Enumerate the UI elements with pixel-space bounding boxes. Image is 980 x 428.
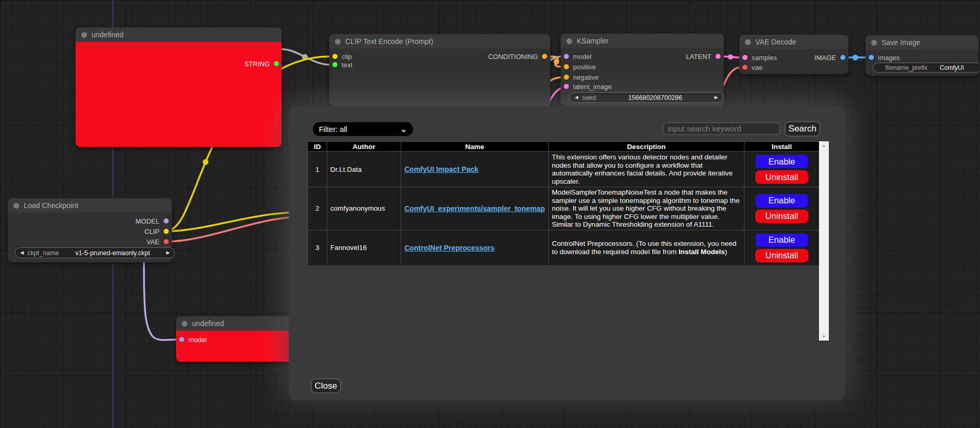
collapse-dot-icon[interactable]	[335, 39, 341, 45]
slot-dot-icon[interactable]	[164, 229, 169, 234]
input-slot-clip[interactable]: clip	[332, 52, 352, 61]
input-slot-samples[interactable]: samples	[742, 53, 777, 62]
table-row: 1Dr.Lt.DataComfyUI Impact PackThis exten…	[308, 152, 820, 187]
output-slot-image[interactable]: IMAGE	[814, 53, 845, 62]
slot-label: VAE	[147, 238, 159, 246]
node-body: MODEL CLIP VAE ◀ ckpt_name v1-5-pruned-e…	[8, 213, 172, 262]
slot-dot-icon[interactable]	[564, 75, 569, 80]
slot-dot-icon[interactable]	[332, 62, 338, 67]
enable-button[interactable]: Enable	[755, 233, 808, 247]
collapse-dot-icon[interactable]	[871, 40, 877, 46]
table-row: 2comfyanonymousComfyUI_experiments/sampl…	[308, 187, 820, 230]
collapse-dot-icon[interactable]	[13, 203, 19, 209]
slot-dot-icon[interactable]	[164, 218, 169, 224]
table-header-row: ID Author Name Description Install	[308, 142, 820, 152]
filename-prefix-widget[interactable]: filename_prefix ComfyUI	[873, 63, 980, 72]
extension-manager-dialog: Filter: all ⌄ Search ID Author Name Desc…	[289, 106, 845, 400]
node-title: undefined	[192, 319, 224, 328]
search-input[interactable]	[663, 122, 781, 135]
node-vae-decode[interactable]: VAE Decode samples vae IMAGE	[739, 35, 849, 74]
slot-dot-icon[interactable]	[179, 337, 184, 342]
input-slot-text[interactable]: text	[332, 61, 353, 69]
collapse-dot-icon[interactable]	[182, 321, 187, 327]
uninstall-button[interactable]: Uninstall	[755, 249, 808, 262]
header-install: Install	[744, 142, 820, 152]
cell-description: ModelSamplerTonemapNoiseTest a node that…	[549, 187, 744, 230]
node-ksampler[interactable]: KSampler model positive negative latent_…	[561, 34, 724, 106]
collapse-dot-icon[interactable]	[81, 32, 87, 38]
input-slot-vae[interactable]: vae	[742, 63, 763, 71]
wire-dot	[853, 55, 858, 61]
uninstall-button[interactable]: Uninstall	[755, 170, 808, 184]
slot-dot-icon[interactable]	[715, 54, 721, 59]
widget-value[interactable]: 156680208700286	[596, 94, 714, 101]
node-save-image[interactable]: Save Image images filename_prefix ComfyU…	[866, 35, 978, 76]
cell-install: EnableUninstall	[744, 152, 820, 187]
collapse-dot-icon[interactable]	[566, 38, 572, 44]
output-slot-model[interactable]: MODEL	[136, 217, 169, 225]
node-title-bar[interactable]: Save Image	[866, 35, 978, 50]
search-button[interactable]: Search	[784, 121, 821, 137]
widget-label: ckpt_name	[27, 249, 59, 257]
node-body: images filename_prefix ComfyUI	[866, 50, 978, 76]
node-title-bar[interactable]: Load Checkpoint	[8, 198, 172, 213]
extension-link[interactable]: ComfyUI_experiments/sampler_tonemap	[404, 204, 545, 213]
input-slot-negative[interactable]: negative	[564, 73, 598, 81]
widget-increment-icon[interactable]: ▶	[166, 250, 170, 255]
slot-dot-icon[interactable]	[332, 54, 338, 59]
enable-button[interactable]: Enable	[755, 155, 808, 168]
seed-widget[interactable]: ◀ seed 156680208700286 ▶	[569, 92, 723, 103]
extension-link[interactable]: ComfyUI Impact Pack	[404, 165, 478, 173]
filter-select[interactable]: Filter: all ⌄	[313, 122, 413, 136]
node-body: clip text CONDITIONING	[329, 49, 550, 106]
widget-decrement-icon[interactable]: ◀	[575, 95, 578, 100]
output-slot-latent[interactable]: LATENT	[686, 52, 721, 61]
input-slot-model[interactable]: model	[564, 52, 591, 61]
widget-increment-icon[interactable]: ▶	[714, 95, 718, 100]
slot-dot-icon[interactable]	[274, 61, 279, 66]
scroll-up-icon[interactable]: ▲	[819, 141, 829, 150]
collapse-dot-icon[interactable]	[745, 39, 751, 45]
header-author: Author	[327, 142, 401, 152]
node-title-bar[interactable]: undefined	[76, 27, 282, 42]
node-clip-text-encode[interactable]: CLIP Text Encode (Prompt) clip text COND…	[329, 34, 550, 106]
cell-id: 1	[308, 152, 327, 187]
input-slot-positive[interactable]: positive	[564, 63, 596, 71]
input-slot-model[interactable]: model	[179, 335, 207, 344]
slot-dot-icon[interactable]	[542, 54, 547, 59]
table-scrollbar[interactable]: ▲ ▼	[819, 141, 829, 341]
output-slot-clip[interactable]: CLIP	[144, 227, 169, 235]
node-title-bar[interactable]: VAE Decode	[739, 35, 849, 49]
input-slot-latent-image[interactable]: latent_image	[564, 82, 611, 91]
node-undefined-top[interactable]: undefined STRING	[76, 27, 282, 147]
slot-dot-icon[interactable]	[840, 55, 845, 60]
description-text: Install Models	[679, 248, 725, 256]
widget-decrement-icon[interactable]: ◀	[20, 250, 24, 255]
node-load-checkpoint[interactable]: Load Checkpoint MODEL CLIP VAE ◀ ckpt_na…	[8, 198, 172, 262]
slot-dot-icon[interactable]	[869, 55, 874, 60]
slot-dot-icon[interactable]	[164, 239, 169, 244]
slot-dot-icon[interactable]	[742, 65, 748, 70]
input-slot-images[interactable]: images	[869, 53, 900, 62]
output-slot-vae[interactable]: VAE	[147, 238, 169, 246]
slot-dot-icon[interactable]	[564, 54, 569, 59]
widget-value[interactable]: ComfyUI	[927, 64, 976, 71]
slot-dot-icon[interactable]	[564, 84, 569, 89]
node-title-bar[interactable]: CLIP Text Encode (Prompt)	[329, 34, 550, 49]
node-title-bar[interactable]: KSampler	[561, 34, 724, 48]
node-body: STRING	[76, 42, 282, 147]
cell-author: comfyanonymous	[327, 187, 401, 230]
output-slot-conditioning[interactable]: CONDITIONING	[488, 52, 547, 61]
ckpt-name-widget[interactable]: ◀ ckpt_name v1-5-pruned-emaonly.ckpt ▶	[15, 247, 175, 258]
extension-link[interactable]: ControlNet Preprocessors	[404, 244, 494, 252]
slot-dot-icon[interactable]	[742, 55, 748, 60]
slot-label: STRING	[244, 60, 270, 68]
widget-value[interactable]: v1-5-pruned-emaonly.ckpt	[59, 249, 166, 257]
slot-dot-icon[interactable]	[564, 64, 569, 69]
uninstall-button[interactable]: Uninstall	[755, 210, 808, 223]
output-slot-string[interactable]: STRING	[244, 60, 279, 68]
enable-button[interactable]: Enable	[755, 194, 808, 208]
close-button[interactable]: Close	[311, 378, 341, 393]
scroll-down-icon[interactable]: ▼	[819, 332, 829, 341]
slot-label: clip	[342, 53, 352, 61]
